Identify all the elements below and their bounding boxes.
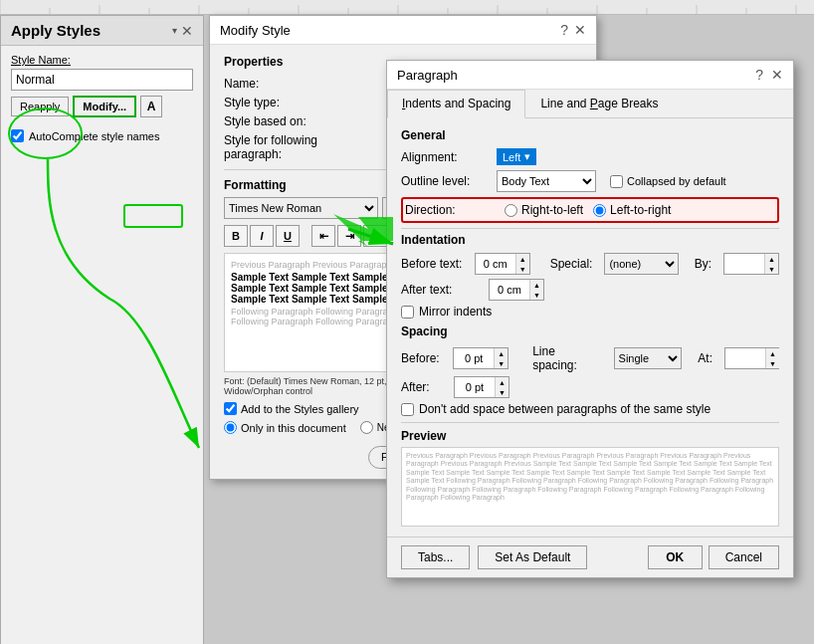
svg-rect-0: [0, 0, 814, 15]
only-this-doc-radio[interactable]: [224, 421, 237, 434]
modify-style-close-btn[interactable]: ✕: [574, 22, 586, 38]
modify-style-help-btn[interactable]: ?: [560, 22, 568, 38]
set-as-default-button[interactable]: Set As Default: [478, 545, 587, 569]
mirror-indents-label: Mirror indents: [419, 305, 492, 319]
at-increment-btn[interactable]: ▲: [765, 348, 779, 358]
dont-add-space-label: Don't add space between paragraphs of th…: [419, 402, 711, 416]
before-spacing-increment-btn[interactable]: ▲: [494, 348, 508, 358]
apply-styles-title: Apply Styles: [11, 22, 101, 39]
after-text-decrement-btn[interactable]: ▼: [529, 290, 543, 300]
reapply-button[interactable]: Reapply: [11, 97, 69, 116]
modify-style-titlebar-buttons: ? ✕: [560, 22, 586, 38]
after-spacing-spinbox: ▲ ▼: [454, 376, 509, 398]
apply-styles-controls: ▾ ✕: [172, 23, 193, 39]
tabs-button[interactable]: Tabs...: [401, 545, 470, 569]
modify-style-title: Modify Style: [220, 23, 291, 38]
only-this-doc-label: Only in this document: [224, 421, 346, 434]
align-right-btn[interactable]: ⇥: [363, 225, 387, 247]
name-label: Name:: [224, 77, 363, 91]
paragraph-dialog: Paragraph ? ✕ Indents and Spacing Line a…: [386, 60, 794, 578]
align-left-btn[interactable]: ⇤: [311, 225, 335, 247]
at-decrement-btn[interactable]: ▼: [765, 358, 779, 368]
alignment-label: Alignment:: [401, 150, 491, 164]
left-to-right-radio[interactable]: [593, 204, 606, 217]
bold-btn[interactable]: B: [224, 225, 248, 247]
before-spacing-input[interactable]: [454, 348, 494, 368]
tab-indents-spacing-label: Indents and Spacing: [402, 97, 510, 110]
left-to-right-label: Left-to-right: [593, 203, 671, 217]
before-text-decrement-btn[interactable]: ▼: [515, 264, 529, 274]
italic-btn[interactable]: I: [250, 225, 274, 247]
modify-button[interactable]: Modify...: [73, 96, 136, 117]
by-increment-btn[interactable]: ▲: [764, 254, 778, 264]
style-for-following-label: Style for following paragraph:: [224, 133, 363, 161]
before-text-spinbox-btns: ▲ ▼: [515, 254, 529, 274]
before-text-input[interactable]: [476, 254, 515, 274]
style-type-label: Style type:: [224, 96, 363, 109]
modify-style-titlebar: Modify Style ? ✕: [210, 16, 596, 45]
apply-styles-dropdown-btn[interactable]: ▾: [172, 25, 177, 36]
by-spinbox-btns: ▲ ▼: [764, 254, 778, 274]
preview-content: Previous Paragraph Previous Paragraph Pr…: [406, 452, 774, 502]
right-to-left-text: Right-to-left: [521, 203, 583, 217]
before-spacing-row: Before: ▲ ▼ Line spacing: Single At: ▲: [401, 344, 779, 372]
alignment-dropdown-icon: ▾: [524, 150, 530, 163]
ruler: [0, 0, 814, 15]
at-spinbox: ▲ ▼: [724, 347, 779, 369]
align-center-btn[interactable]: ⇥: [337, 225, 361, 247]
after-text-increment-btn[interactable]: ▲: [529, 280, 543, 290]
style-name-input[interactable]: [11, 69, 193, 91]
collapsed-by-default-checkbox[interactable]: [610, 175, 623, 188]
indentation-section: Indentation Before text: ▲ ▼ Special: (n…: [401, 228, 779, 319]
add-to-gallery-checkbox[interactable]: [224, 402, 237, 415]
right-to-left-radio[interactable]: [505, 204, 517, 217]
by-decrement-btn[interactable]: ▼: [764, 264, 778, 274]
spacing-section: Spacing Before: ▲ ▼ Line spacing: Single…: [401, 324, 779, 416]
style-based-on-label: Style based on:: [224, 114, 363, 128]
after-spacing-input[interactable]: [455, 377, 495, 397]
before-spacing-decrement-btn[interactable]: ▼: [494, 358, 508, 368]
dont-add-space-checkbox[interactable]: [401, 403, 414, 416]
before-text-increment-btn[interactable]: ▲: [515, 254, 529, 264]
direction-label: Direction:: [405, 203, 495, 217]
before-spacing-label: Before:: [401, 351, 445, 365]
new-docs-radio[interactable]: [360, 421, 373, 434]
apply-styles-close-btn[interactable]: ✕: [181, 23, 193, 39]
alignment-select-container[interactable]: Left ▾: [497, 148, 536, 165]
after-spacing-decrement-btn[interactable]: ▼: [495, 387, 509, 397]
autocomplete-row: AutoComplete style names: [1, 125, 203, 146]
paragraph-close-btn[interactable]: ✕: [771, 67, 783, 83]
paragraph-tab-bar: Indents and Spacing Line and Page Breaks: [387, 90, 793, 118]
paragraph-title: Paragraph: [397, 68, 458, 83]
style-name-label: Style Name:: [11, 54, 193, 66]
paragraph-help-btn[interactable]: ?: [755, 67, 763, 83]
after-spacing-spinbox-btns: ▲ ▼: [495, 377, 509, 397]
line-spacing-select[interactable]: Single: [614, 347, 683, 369]
left-to-right-text: Left-to-right: [610, 203, 671, 217]
at-input[interactable]: [725, 348, 765, 368]
autocomplete-checkbox[interactable]: [11, 129, 24, 142]
mirror-indents-checkbox[interactable]: [401, 306, 414, 319]
underline-btn[interactable]: U: [276, 225, 300, 247]
by-input[interactable]: [724, 254, 764, 274]
font-select[interactable]: Times New Roman: [224, 197, 378, 219]
ok-button[interactable]: OK: [648, 545, 703, 569]
preview-label: Preview: [401, 429, 779, 443]
font-icon: A: [147, 100, 156, 113]
alignment-value: Left: [503, 151, 520, 163]
after-spacing-label: After:: [401, 380, 446, 394]
style-name-section: Style Name: Reapply Modify... A: [1, 46, 203, 125]
preview-box: Previous Paragraph Previous Paragraph Pr…: [401, 447, 779, 527]
after-text-input[interactable]: [490, 280, 529, 300]
tab-indents-spacing[interactable]: Indents and Spacing: [387, 90, 525, 118]
after-spacing-increment-btn[interactable]: ▲: [495, 377, 509, 387]
alignment-row: Alignment: Left ▾: [401, 148, 779, 165]
tab-line-page-breaks[interactable]: Line and Page Breaks: [525, 90, 673, 117]
cancel-button[interactable]: Cancel: [709, 545, 779, 569]
outline-level-select[interactable]: Body Text: [497, 170, 596, 192]
spacing-label: Spacing: [401, 324, 779, 338]
before-text-row: Before text: ▲ ▼ Special: (none) By: ▲: [401, 253, 779, 275]
paragraph-footer-right: OK Cancel: [648, 545, 779, 569]
font-icon-button[interactable]: A: [140, 96, 162, 117]
special-select[interactable]: (none): [604, 253, 678, 275]
